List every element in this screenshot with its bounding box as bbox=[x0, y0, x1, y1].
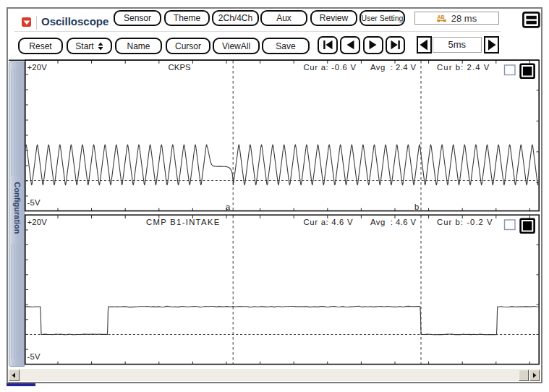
svg-text:Cur b: 2.4 V: Cur b: 2.4 V bbox=[437, 63, 490, 72]
svg-text:Avg : 4.6 V: Avg : 4.6 V bbox=[370, 218, 417, 226]
svg-text:CMP B1-INTAKE: CMP B1-INTAKE bbox=[146, 218, 220, 226]
svg-text:b: b bbox=[414, 203, 420, 211]
svg-text:-5V: -5V bbox=[27, 352, 41, 361]
svg-text:a: a bbox=[226, 203, 231, 211]
svg-text:CKPS: CKPS bbox=[169, 63, 192, 72]
svg-text:Cur a: 4.6 V: Cur a: 4.6 V bbox=[304, 218, 354, 226]
svg-text:+20V: +20V bbox=[27, 63, 48, 72]
svg-text:+20V: +20V bbox=[27, 218, 48, 226]
svg-text:Cur a: -0.6 V: Cur a: -0.6 V bbox=[304, 63, 357, 72]
svg-text:-5V: -5V bbox=[27, 198, 41, 207]
svg-text:Cur b: -0.2 V: Cur b: -0.2 V bbox=[437, 218, 493, 226]
svg-text:Avg : 2.4 V: Avg : 2.4 V bbox=[370, 63, 417, 72]
